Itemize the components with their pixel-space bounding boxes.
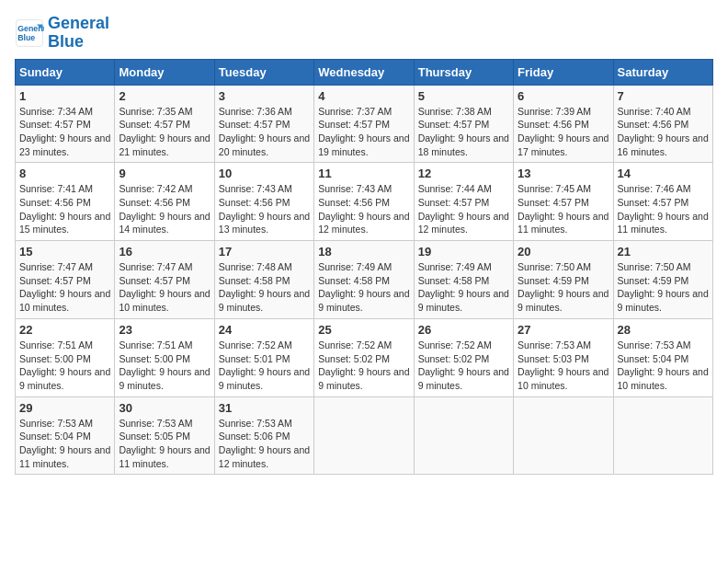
calendar-cell: 8 Sunrise: 7:41 AM Sunset: 4:56 PM Dayli…	[16, 163, 115, 241]
week-row-3: 15 Sunrise: 7:47 AM Sunset: 4:57 PM Dayl…	[16, 241, 713, 319]
day-header-saturday: Saturday	[613, 59, 712, 85]
day-number: 23	[119, 323, 210, 337]
day-info: Sunrise: 7:45 AM Sunset: 4:57 PM Dayligh…	[518, 182, 609, 236]
day-number: 19	[418, 245, 509, 259]
day-info: Sunrise: 7:37 AM Sunset: 4:57 PM Dayligh…	[318, 105, 409, 159]
calendar-cell: 4 Sunrise: 7:37 AM Sunset: 4:57 PM Dayli…	[314, 85, 414, 163]
day-number: 9	[119, 167, 210, 180]
calendar-cell: 2 Sunrise: 7:35 AM Sunset: 4:57 PM Dayli…	[115, 85, 214, 163]
day-number: 7	[618, 89, 709, 103]
day-info: Sunrise: 7:43 AM Sunset: 4:56 PM Dayligh…	[219, 182, 310, 236]
day-info: Sunrise: 7:38 AM Sunset: 4:57 PM Dayligh…	[418, 105, 509, 159]
week-row-5: 29 Sunrise: 7:53 AM Sunset: 5:04 PM Dayl…	[16, 396, 713, 475]
calendar-cell	[314, 396, 414, 475]
day-number: 27	[518, 323, 609, 337]
calendar-cell: 15 Sunrise: 7:47 AM Sunset: 4:57 PM Dayl…	[16, 241, 115, 319]
calendar-cell: 31 Sunrise: 7:53 AM Sunset: 5:06 PM Dayl…	[214, 396, 313, 475]
calendar-cell: 14 Sunrise: 7:46 AM Sunset: 4:57 PM Dayl…	[613, 163, 712, 241]
day-info: Sunrise: 7:44 AM Sunset: 4:57 PM Dayligh…	[418, 182, 509, 236]
calendar-cell: 13 Sunrise: 7:45 AM Sunset: 4:57 PM Dayl…	[514, 163, 613, 241]
calendar-cell: 6 Sunrise: 7:39 AM Sunset: 4:56 PM Dayli…	[514, 85, 613, 163]
day-number: 6	[518, 89, 609, 103]
calendar-cell: 18 Sunrise: 7:49 AM Sunset: 4:58 PM Dayl…	[314, 241, 414, 319]
week-row-1: 1 Sunrise: 7:34 AM Sunset: 4:57 PM Dayli…	[16, 85, 713, 163]
day-number: 25	[318, 323, 409, 337]
day-info: Sunrise: 7:47 AM Sunset: 4:57 PM Dayligh…	[119, 260, 210, 315]
day-number: 10	[219, 167, 310, 180]
day-header-sunday: Sunday	[16, 59, 115, 85]
week-row-4: 22 Sunrise: 7:51 AM Sunset: 5:00 PM Dayl…	[16, 318, 713, 396]
day-info: Sunrise: 7:51 AM Sunset: 5:00 PM Dayligh…	[19, 339, 110, 393]
calendar-cell	[414, 396, 513, 475]
day-number: 15	[19, 245, 110, 259]
day-number: 22	[19, 323, 110, 337]
day-info: Sunrise: 7:42 AM Sunset: 4:56 PM Dayligh…	[119, 182, 210, 236]
day-number: 5	[418, 89, 509, 103]
day-info: Sunrise: 7:47 AM Sunset: 4:57 PM Dayligh…	[19, 260, 110, 315]
header: General Blue GeneralBlue	[15, 15, 713, 52]
day-info: Sunrise: 7:35 AM Sunset: 4:57 PM Dayligh…	[119, 105, 210, 159]
day-info: Sunrise: 7:50 AM Sunset: 4:59 PM Dayligh…	[518, 260, 609, 315]
calendar-cell: 22 Sunrise: 7:51 AM Sunset: 5:00 PM Dayl…	[16, 318, 115, 396]
day-header-tuesday: Tuesday	[214, 59, 313, 85]
day-number: 12	[418, 167, 509, 180]
day-number: 3	[219, 89, 310, 103]
day-info: Sunrise: 7:53 AM Sunset: 5:03 PM Dayligh…	[518, 339, 609, 393]
day-header-friday: Friday	[514, 59, 613, 85]
day-info: Sunrise: 7:53 AM Sunset: 5:05 PM Dayligh…	[119, 417, 210, 471]
day-number: 8	[19, 167, 110, 180]
day-number: 21	[618, 245, 709, 259]
day-info: Sunrise: 7:51 AM Sunset: 5:00 PM Dayligh…	[119, 339, 210, 393]
logo: General Blue GeneralBlue	[15, 15, 109, 52]
day-info: Sunrise: 7:40 AM Sunset: 4:56 PM Dayligh…	[618, 105, 709, 159]
calendar-cell	[613, 396, 712, 475]
day-number: 17	[219, 245, 310, 259]
day-number: 1	[19, 89, 110, 103]
day-info: Sunrise: 7:41 AM Sunset: 4:56 PM Dayligh…	[19, 182, 110, 236]
calendar-cell: 3 Sunrise: 7:36 AM Sunset: 4:57 PM Dayli…	[214, 85, 313, 163]
calendar-cell	[514, 396, 613, 475]
day-info: Sunrise: 7:49 AM Sunset: 4:58 PM Dayligh…	[418, 260, 509, 315]
week-row-2: 8 Sunrise: 7:41 AM Sunset: 4:56 PM Dayli…	[16, 163, 713, 241]
calendar-cell: 10 Sunrise: 7:43 AM Sunset: 4:56 PM Dayl…	[214, 163, 313, 241]
calendar-cell: 20 Sunrise: 7:50 AM Sunset: 4:59 PM Dayl…	[514, 241, 613, 319]
calendar-cell: 11 Sunrise: 7:43 AM Sunset: 4:56 PM Dayl…	[314, 163, 414, 241]
day-info: Sunrise: 7:46 AM Sunset: 4:57 PM Dayligh…	[618, 182, 709, 236]
day-info: Sunrise: 7:53 AM Sunset: 5:04 PM Dayligh…	[19, 417, 110, 471]
calendar-cell: 1 Sunrise: 7:34 AM Sunset: 4:57 PM Dayli…	[16, 85, 115, 163]
day-header-thursday: Thursday	[414, 59, 513, 85]
logo-text: GeneralBlue	[48, 15, 109, 52]
calendar-cell: 26 Sunrise: 7:52 AM Sunset: 5:02 PM Dayl…	[414, 318, 513, 396]
day-number: 26	[418, 323, 509, 337]
calendar-cell: 28 Sunrise: 7:53 AM Sunset: 5:04 PM Dayl…	[613, 318, 712, 396]
day-info: Sunrise: 7:36 AM Sunset: 4:57 PM Dayligh…	[219, 105, 310, 159]
day-info: Sunrise: 7:43 AM Sunset: 4:56 PM Dayligh…	[318, 182, 409, 236]
day-info: Sunrise: 7:52 AM Sunset: 5:02 PM Dayligh…	[418, 339, 509, 393]
day-header-wednesday: Wednesday	[314, 59, 414, 85]
calendar-cell: 9 Sunrise: 7:42 AM Sunset: 4:56 PM Dayli…	[115, 163, 214, 241]
calendar-cell: 17 Sunrise: 7:48 AM Sunset: 4:58 PM Dayl…	[214, 241, 313, 319]
day-number: 14	[618, 167, 709, 180]
day-info: Sunrise: 7:53 AM Sunset: 5:06 PM Dayligh…	[219, 417, 310, 471]
day-number: 24	[219, 323, 310, 337]
day-info: Sunrise: 7:53 AM Sunset: 5:04 PM Dayligh…	[618, 339, 709, 393]
day-number: 11	[318, 167, 409, 180]
day-header-row: SundayMondayTuesdayWednesdayThursdayFrid…	[16, 59, 713, 85]
day-number: 29	[19, 401, 110, 415]
calendar-cell: 21 Sunrise: 7:50 AM Sunset: 4:59 PM Dayl…	[613, 241, 712, 319]
calendar-cell: 27 Sunrise: 7:53 AM Sunset: 5:03 PM Dayl…	[514, 318, 613, 396]
calendar-cell: 23 Sunrise: 7:51 AM Sunset: 5:00 PM Dayl…	[115, 318, 214, 396]
day-info: Sunrise: 7:52 AM Sunset: 5:01 PM Dayligh…	[219, 339, 310, 393]
day-number: 28	[618, 323, 709, 337]
calendar-cell: 30 Sunrise: 7:53 AM Sunset: 5:05 PM Dayl…	[115, 396, 214, 475]
day-header-monday: Monday	[115, 59, 214, 85]
day-info: Sunrise: 7:39 AM Sunset: 4:56 PM Dayligh…	[518, 105, 609, 159]
day-number: 4	[318, 89, 409, 103]
calendar-cell: 25 Sunrise: 7:52 AM Sunset: 5:02 PM Dayl…	[314, 318, 414, 396]
day-info: Sunrise: 7:34 AM Sunset: 4:57 PM Dayligh…	[19, 105, 110, 159]
day-number: 31	[219, 401, 310, 415]
day-number: 18	[318, 245, 409, 259]
day-info: Sunrise: 7:52 AM Sunset: 5:02 PM Dayligh…	[318, 339, 409, 393]
calendar-cell: 5 Sunrise: 7:38 AM Sunset: 4:57 PM Dayli…	[414, 85, 513, 163]
calendar-cell: 29 Sunrise: 7:53 AM Sunset: 5:04 PM Dayl…	[16, 396, 115, 475]
